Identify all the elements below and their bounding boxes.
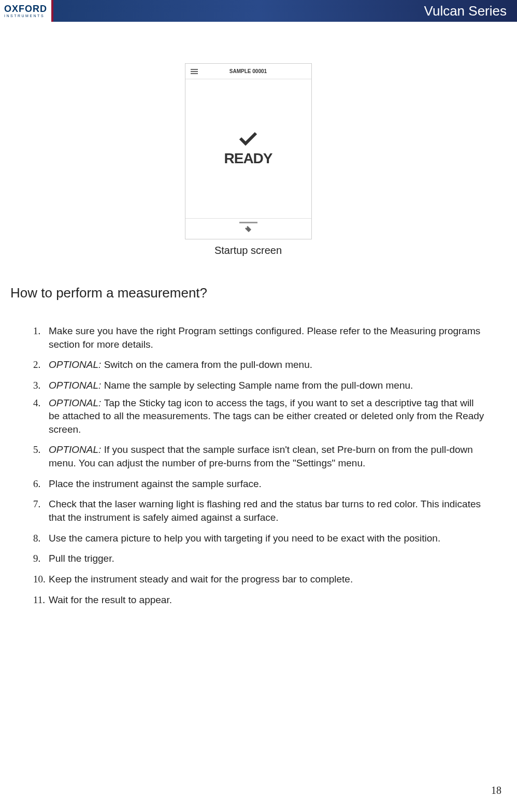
logo-main-text: OXFORD — [4, 4, 47, 13]
step-text: Pull the trigger. — [49, 553, 114, 564]
step-item: OPTIONAL: Name the sample by selecting S… — [33, 379, 486, 392]
optional-label: OPTIONAL: — [49, 397, 104, 408]
optional-label: OPTIONAL: — [49, 359, 104, 370]
step-text: Place the instrument against the sample … — [49, 478, 262, 489]
step-item: OPTIONAL: Tap the Sticky tag icon to acc… — [33, 396, 486, 436]
step-item: Use the camera picture to help you with … — [33, 532, 486, 545]
svg-point-0 — [246, 227, 247, 228]
ready-status: READY — [224, 150, 272, 167]
startup-screenshot: SAMPLE 00001 READY — [185, 63, 312, 239]
page-content: SAMPLE 00001 READY Startup screen How to… — [0, 22, 517, 606]
logo-sub-text: INSTRUMENTS — [4, 14, 47, 18]
step-text: Name the sample by selecting Sample name… — [104, 380, 413, 391]
page-number: 18 — [491, 785, 501, 796]
logo: OXFORD INSTRUMENTS — [0, 0, 53, 22]
step-item: Check that the laser warning light is fl… — [33, 497, 486, 524]
step-text: Tap the Sticky tag icon to access the ta… — [49, 397, 484, 435]
step-text: Check that the laser warning light is fl… — [49, 498, 481, 523]
step-text: Wait for the result to appear. — [49, 594, 172, 605]
screenshot-caption: Startup screen — [10, 245, 486, 257]
step-item: Make sure you have the right Program set… — [33, 324, 486, 351]
screen-header: SAMPLE 00001 — [185, 64, 311, 79]
step-text: Make sure you have the right Program set… — [49, 325, 480, 350]
step-text: Keep the instrument steady and wait for … — [49, 574, 353, 585]
step-item: Keep the instrument steady and wait for … — [33, 573, 486, 586]
screen-body: READY — [185, 79, 311, 218]
step-text: Use the camera picture to help you with … — [49, 533, 440, 544]
header-title: Vulcan Series — [424, 3, 507, 19]
page-header: OXFORD INSTRUMENTS Vulcan Series — [0, 0, 517, 22]
section-title: How to perform a measurement? — [10, 285, 486, 301]
step-item: Place the instrument against the sample … — [33, 477, 486, 491]
step-text: Switch on the camera from the pull-down … — [104, 359, 312, 370]
steps-list: Make sure you have the right Program set… — [10, 324, 486, 606]
tag-icon — [245, 225, 252, 233]
step-text: If you suspect that the sample surface i… — [49, 444, 473, 468]
optional-label: OPTIONAL: — [49, 380, 104, 391]
optional-label: OPTIONAL: — [49, 444, 104, 455]
step-item: OPTIONAL: If you suspect that the sample… — [33, 443, 486, 469]
step-item: Pull the trigger. — [33, 552, 486, 565]
screen-footer — [185, 218, 311, 239]
step-item: OPTIONAL: Switch on the camera from the … — [33, 358, 486, 372]
screenshot-container: SAMPLE 00001 READY — [10, 63, 486, 239]
check-icon — [238, 131, 258, 146]
sample-name: SAMPLE 00001 — [229, 68, 267, 74]
step-item: Wait for the result to appear. — [33, 593, 486, 607]
footer-indicator — [239, 222, 257, 223]
